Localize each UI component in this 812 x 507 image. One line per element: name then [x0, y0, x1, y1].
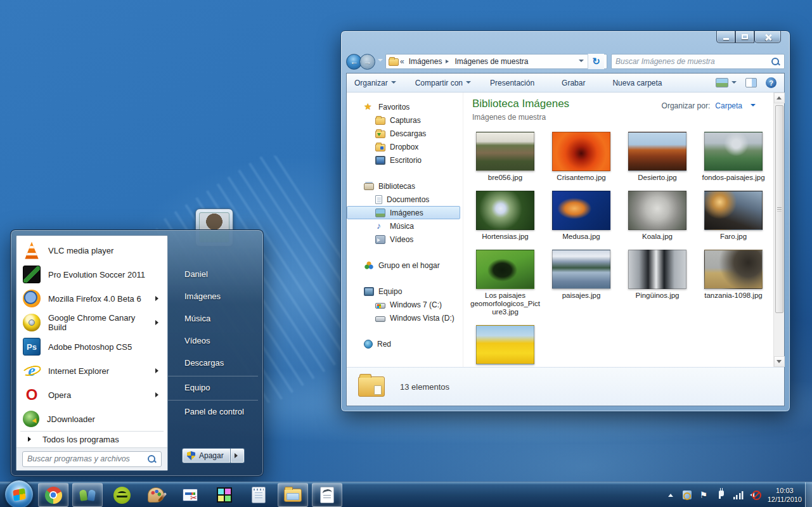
openoffice-icon [320, 487, 334, 503]
explorer-toolbar-item[interactable]: Organizar [354, 79, 396, 87]
vertical-scrollbar[interactable] [773, 93, 784, 367]
close-button[interactable] [754, 31, 781, 43]
scroll-up-button[interactable] [774, 93, 785, 103]
start-menu-place[interactable]: Vídeos [168, 330, 258, 352]
address-dropdown-icon[interactable] [579, 60, 584, 65]
address-bar[interactable]: Imágenes Imágenes de muestra [385, 54, 607, 69]
shutdown-options-button[interactable] [231, 448, 245, 463]
scrollbar-thumb[interactable] [775, 105, 783, 313]
refresh-button[interactable] [588, 54, 604, 69]
sidebar-item[interactable]: Equipo [347, 285, 463, 298]
clock[interactable]: 10:03 12/11/2010 [768, 486, 802, 504]
start-menu-place[interactable]: Descargas [168, 352, 258, 374]
file-item[interactable]: bre056.jpg [467, 131, 543, 182]
taskbar-snipping-button[interactable] [175, 483, 205, 507]
start-menu-program[interactable]: O Opera [16, 383, 167, 407]
start-menu-place[interactable]: Música [168, 307, 258, 330]
start-menu-program[interactable]: JDownloader [16, 407, 167, 431]
tray-app-button[interactable] [683, 491, 692, 499]
explorer-toolbar-item[interactable]: Presentación [490, 79, 543, 87]
sidebar-item-label: Imágenes [390, 209, 423, 217]
shutdown-button[interactable]: Apagar [182, 448, 231, 463]
file-item[interactable]: Pingüinos.jpg [619, 248, 695, 316]
start-menu-places: DanielImágenesMúsicaVídeosDescargasEquip… [168, 235, 258, 471]
organize-by-value[interactable]: Carpeta [715, 101, 742, 110]
start-menu-place[interactable]: Equipo [168, 376, 258, 398]
network-button[interactable] [733, 491, 744, 499]
file-item[interactable] [467, 324, 543, 367]
breadcrumb-item[interactable]: Imágenes [407, 56, 444, 67]
view-dropdown-icon[interactable] [731, 81, 737, 86]
show-hidden-icons-button[interactable] [665, 489, 676, 501]
start-menu-place[interactable]: Imágenes [168, 285, 258, 307]
file-item[interactable]: Medusa.jpg [543, 189, 619, 241]
uac-shield-icon [187, 451, 195, 460]
volume-button[interactable] [750, 489, 761, 501]
file-item[interactable]: Desierto.jpg [619, 131, 695, 182]
breadcrumb-item[interactable]: Imágenes de muestra [453, 56, 530, 67]
all-programs-item[interactable]: Todos los programas [20, 431, 164, 447]
start-menu-place[interactable]: Daniel [168, 263, 258, 285]
taskbar-explorer-button[interactable] [278, 483, 308, 507]
start-menu-search-input[interactable] [27, 454, 147, 463]
file-item[interactable]: fondos-paisajes.jpg [695, 131, 771, 182]
sidebar-item[interactable]: Grupo en el hogar [347, 259, 463, 272]
taskbar-openoffice-button[interactable] [312, 483, 342, 507]
start-menu-program[interactable]: Ps Adobe Photoshop CS5 [16, 335, 167, 359]
explorer-toolbar-item[interactable]: Nueva carpeta [612, 79, 670, 87]
taskbar-paint-button[interactable] [141, 483, 171, 507]
history-dropdown-icon[interactable] [378, 59, 383, 64]
file-thumbnail [476, 250, 534, 289]
sidebar-item[interactable]: Vídeos [347, 233, 463, 246]
sidebar-item[interactable]: Dropbox [347, 140, 463, 153]
sidebar-item[interactable]: Favoritos [347, 100, 463, 113]
file-item[interactable]: paisajes.jpg [543, 248, 619, 316]
change-view-icon[interactable] [716, 78, 728, 87]
start-menu-program[interactable]: e Internet Explorer [16, 359, 167, 383]
file-item[interactable]: tanzania-1098.jpg [695, 248, 771, 316]
start-menu-program[interactable]: Google Chrome Canary Build [16, 311, 167, 335]
sidebar-item[interactable]: Música [347, 219, 463, 233]
breadcrumb-collapse-icon[interactable] [399, 57, 407, 66]
sidebar-item[interactable]: Escritorio [347, 153, 463, 167]
file-item[interactable]: Hortensias.jpg [467, 189, 543, 241]
taskbar-chrome-button[interactable] [38, 483, 68, 507]
preview-pane-icon[interactable] [745, 78, 757, 87]
maximize-button[interactable] [735, 31, 754, 43]
sidebar-item[interactable]: Descargas [347, 127, 463, 140]
sidebar-item[interactable]: Windows Vista (D:) [347, 311, 463, 324]
start-button[interactable] [4, 480, 34, 507]
file-item[interactable]: Los paisajes geomorfologicos_Picture3.jp… [467, 248, 543, 316]
file-thumbnail [476, 132, 534, 171]
file-item[interactable]: Crisantemo.jpg [543, 131, 619, 182]
computer-icon [364, 287, 374, 296]
explorer-toolbar-item[interactable]: Grabar [562, 79, 593, 87]
explorer-search-input[interactable] [615, 57, 771, 66]
power-plug-button[interactable] [716, 489, 727, 501]
file-item[interactable]: Faro.jpg [695, 189, 771, 241]
sidebar-item[interactable]: Capturas [347, 113, 463, 127]
sidebar-item[interactable]: Documentos [347, 193, 463, 206]
explorer-toolbar-item[interactable]: Compartir con [415, 79, 471, 87]
sidebar-item[interactable]: Imágenes [347, 206, 460, 219]
sidebar-item[interactable]: Windows 7 (C:) [347, 298, 463, 311]
help-icon[interactable] [766, 77, 777, 88]
forward-button[interactable] [359, 54, 375, 70]
scroll-down-button[interactable] [774, 356, 785, 367]
start-menu-program[interactable]: Pro Evolution Soccer 2011 [16, 262, 167, 286]
start-menu-program[interactable]: Mozilla Firefox 4.0 Beta 6 [16, 286, 167, 311]
taskbar-grid-app-button[interactable] [209, 483, 240, 507]
action-center-button[interactable] [698, 489, 709, 501]
taskbar-messenger-button[interactable] [72, 483, 103, 507]
organize-dropdown-icon[interactable] [751, 104, 756, 109]
taskbar-notepad-button[interactable] [243, 483, 274, 507]
show-desktop-button[interactable] [805, 482, 812, 507]
start-menu-place[interactable]: Panel de control [168, 400, 258, 422]
start-menu-program[interactable]: VLC media player [16, 238, 167, 262]
chevron-down-icon [466, 81, 471, 86]
sidebar-item[interactable]: Red [347, 337, 463, 350]
file-item[interactable]: Koala.jpg [619, 189, 695, 241]
minimize-button[interactable] [716, 31, 735, 43]
taskbar-spotify-button[interactable] [106, 483, 137, 507]
sidebar-item[interactable]: Bibliotecas [347, 179, 463, 193]
